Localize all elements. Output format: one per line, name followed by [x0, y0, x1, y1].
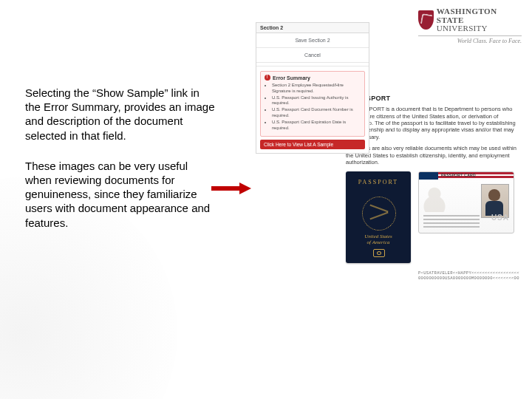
- explain-p2: These images can be very useful when rev…: [25, 159, 216, 230]
- section-header: Section 2: [256, 23, 369, 33]
- card-header: PASSPORT CARD: [441, 173, 476, 177]
- view-sample-link[interactable]: Click Here to View List A Sample: [260, 140, 365, 149]
- mrz-text: P<USATRAVELER<<HAPPY<<<<<<<<<<<<<<<<<< 0…: [418, 271, 513, 281]
- sheet-p2: Passports are also very reliable documen…: [346, 145, 520, 166]
- eagle-seal-icon: [362, 197, 396, 231]
- sheet-p1: ES PASSPORT is a document that is te Dep…: [346, 106, 520, 140]
- wsu-line2: UNIVERSITY: [437, 24, 522, 33]
- passport-booklet-image: PASSPORT United States of America: [346, 171, 411, 263]
- logo-divider: [418, 35, 522, 36]
- wsu-wordmark: WASHINGTON STATE UNIVERSITY: [437, 7, 522, 33]
- error-summary-title: Error Summary: [273, 75, 310, 81]
- error-summary: Error Summary Section 2 Employee Request…: [260, 71, 365, 137]
- booklet-country: United States of America: [346, 234, 411, 245]
- sample-document-sheet: S PASSPORT ES PASSPORT is a document tha…: [346, 95, 520, 263]
- error-item: U.S. Passport Card Document Number is re…: [272, 107, 361, 119]
- sheet-title: S PASSPORT: [346, 95, 520, 103]
- explanatory-text: Selecting the “Show Sample” link in the …: [25, 86, 216, 246]
- wsu-tagline: World Class. Face to Face.: [418, 38, 522, 44]
- error-item: Section 2 Employee Requested/Hire Signat…: [272, 83, 361, 95]
- callout-arrow-icon: [211, 183, 251, 194]
- error-list: Section 2 Employee Requested/Hire Signat…: [272, 83, 361, 131]
- warning-icon: [265, 75, 270, 81]
- error-item: U.S. Passport Card Issuing Authority is …: [272, 95, 361, 107]
- wsu-shield-icon: [418, 10, 434, 30]
- passport-card-image: PASSPORT CARD USA: [418, 171, 514, 233]
- ghost-portrait-icon: [423, 184, 446, 212]
- wsu-logo: WASHINGTON STATE UNIVERSITY World Class.…: [418, 7, 522, 44]
- biometric-chip-icon: [373, 249, 385, 257]
- spacer: [256, 63, 369, 66]
- booklet-title: PASSPORT: [346, 179, 411, 186]
- explain-p1: Selecting the “Show Sample” link in the …: [25, 86, 216, 143]
- cancel-button[interactable]: Cancel: [256, 48, 369, 63]
- card-data-lines: [423, 215, 480, 230]
- app-panel: Section 2 Save Section 2 Cancel Error Su…: [256, 22, 369, 154]
- wsu-line1: WASHINGTON STATE: [437, 7, 497, 24]
- save-section-button[interactable]: Save Section 2: [256, 33, 369, 48]
- error-item: U.S. Passport Card Expiration Date is re…: [272, 120, 361, 132]
- card-usa-label: USA: [491, 214, 509, 223]
